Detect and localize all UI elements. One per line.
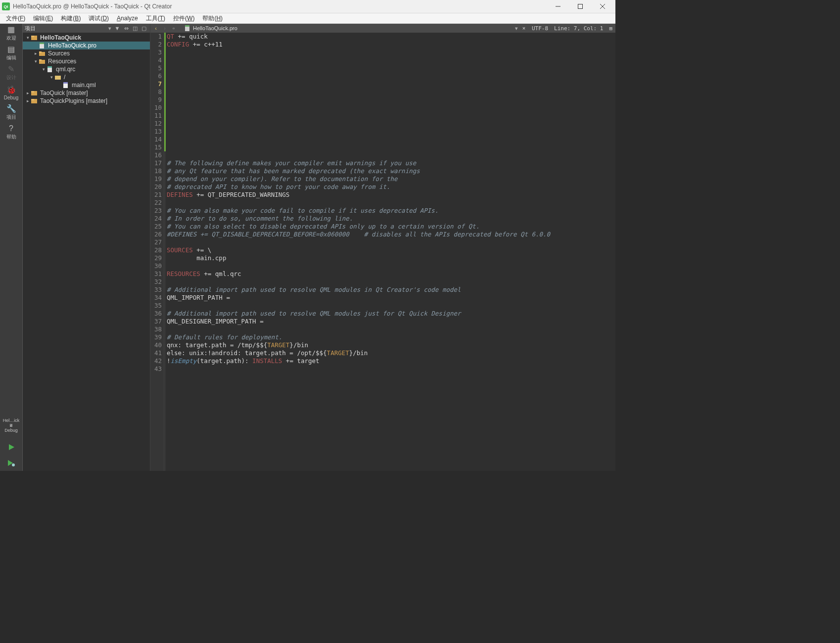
line-number[interactable]: 10 bbox=[152, 104, 162, 112]
code-line[interactable]: CONFIG += c++11 bbox=[167, 41, 615, 48]
line-number[interactable]: 3 bbox=[152, 48, 162, 56]
mode-welcome[interactable]: ▦ 欢迎 bbox=[0, 24, 22, 44]
tree-expander-icon[interactable]: ▾ bbox=[25, 35, 31, 40]
code-line[interactable]: QT += quick bbox=[167, 33, 615, 41]
mode-edit[interactable]: ▤ 编辑 bbox=[0, 44, 22, 63]
code-line[interactable]: # any Qt feature that has been marked de… bbox=[167, 167, 615, 175]
menu-w[interactable]: 控件(W) bbox=[169, 13, 198, 24]
code-line[interactable] bbox=[167, 238, 615, 246]
tree-item[interactable]: ▾HelloTaoQuick bbox=[23, 34, 150, 42]
line-number[interactable]: 11 bbox=[152, 112, 162, 120]
code-line[interactable] bbox=[167, 151, 615, 159]
menu-e[interactable]: 编辑(E) bbox=[29, 13, 57, 24]
line-number[interactable]: 20 bbox=[152, 183, 162, 191]
code-line[interactable] bbox=[167, 120, 615, 128]
tree-item[interactable]: HelloTaoQuick.pro bbox=[23, 42, 150, 49]
tree-item[interactable]: ▸TaoQuickPlugins [master] bbox=[23, 97, 150, 105]
code-line[interactable] bbox=[167, 72, 615, 80]
code-line[interactable] bbox=[167, 88, 615, 96]
maximize-button[interactable] bbox=[569, 0, 591, 13]
code-line[interactable]: # You can also select to disable depreca… bbox=[167, 223, 615, 230]
line-number[interactable]: 37 bbox=[152, 318, 162, 325]
sidebar-title[interactable]: 项目 bbox=[25, 25, 106, 32]
line-number[interactable]: 34 bbox=[152, 294, 162, 302]
code-line[interactable]: RESOURCES += qml.qrc bbox=[167, 270, 615, 278]
tree-item[interactable]: ▸TaoQuick [master] bbox=[23, 89, 150, 97]
code-line[interactable]: main.cpp bbox=[167, 254, 615, 262]
run-button[interactable] bbox=[0, 439, 22, 455]
code-editor[interactable]: 1234567891011121314151617181920212223242… bbox=[150, 33, 615, 471]
line-number[interactable]: 30 bbox=[152, 262, 162, 270]
line-number[interactable]: 5 bbox=[152, 64, 162, 72]
link-icon[interactable]: ⇔ bbox=[122, 25, 130, 32]
code-line[interactable]: qnx: target.path = /tmp/$${TARGET}/bin bbox=[167, 341, 615, 349]
line-number[interactable]: 39 bbox=[152, 333, 162, 341]
line-number[interactable]: 40 bbox=[152, 341, 162, 349]
line-number[interactable]: 33 bbox=[152, 286, 162, 294]
mode-debug[interactable]: 🐞 Debug bbox=[0, 83, 22, 103]
line-number[interactable]: 22 bbox=[152, 199, 162, 207]
tree-item[interactable]: ▾qml.qrc bbox=[23, 65, 150, 73]
mode-help[interactable]: ? 帮助 bbox=[0, 123, 22, 142]
line-number[interactable]: 32 bbox=[152, 278, 162, 286]
code-line[interactable] bbox=[167, 143, 615, 151]
tree-item[interactable]: ▸Sources bbox=[23, 49, 150, 57]
line-number[interactable]: 25 bbox=[152, 223, 162, 230]
tree-item[interactable]: main.qml bbox=[23, 81, 150, 89]
code-line[interactable] bbox=[167, 112, 615, 120]
code-line[interactable]: # Additional import path used to resolve… bbox=[167, 310, 615, 318]
combo-dropdown-icon[interactable]: ▾ bbox=[514, 25, 519, 32]
line-number[interactable]: 1 bbox=[152, 33, 162, 41]
line-number[interactable]: 35 bbox=[152, 302, 162, 310]
code-line[interactable] bbox=[167, 104, 615, 112]
code-line[interactable]: #DEFINES += QT_DISABLE_DEPRECATED_BEFORE… bbox=[167, 230, 615, 238]
line-number[interactable]: 42 bbox=[152, 357, 162, 365]
kit-selector[interactable]: Hel…ick 🖥 Debug bbox=[0, 412, 22, 439]
open-file-tab[interactable]: HelloTaoQuick.pro bbox=[184, 25, 237, 32]
line-number[interactable]: 43 bbox=[152, 365, 162, 373]
project-tree[interactable]: ▾HelloTaoQuickHelloTaoQuick.pro▸Sources▾… bbox=[23, 33, 150, 471]
tree-item[interactable]: ▾Resources bbox=[23, 57, 150, 65]
line-number[interactable]: 12 bbox=[152, 120, 162, 128]
line-number[interactable]: 24 bbox=[152, 215, 162, 223]
code-line[interactable]: SOURCES += \ bbox=[167, 246, 615, 254]
line-number[interactable]: 31 bbox=[152, 270, 162, 278]
line-number[interactable]: 27 bbox=[152, 238, 162, 246]
split-icon[interactable]: ◫ bbox=[131, 25, 139, 32]
code-line[interactable]: else: unix:!android: target.path = /opt/… bbox=[167, 349, 615, 357]
tree-expander-icon[interactable]: ▸ bbox=[25, 98, 31, 103]
line-number[interactable]: 36 bbox=[152, 310, 162, 318]
code-line[interactable] bbox=[167, 136, 615, 143]
code-line[interactable]: # The following define makes your compil… bbox=[167, 159, 615, 167]
line-number[interactable]: 7 bbox=[152, 80, 162, 88]
code-line[interactable]: QML_DESIGNER_IMPORT_PATH = bbox=[167, 318, 615, 325]
code-line[interactable] bbox=[167, 56, 615, 64]
line-number[interactable]: 13 bbox=[152, 128, 162, 136]
sidebar-dropdown-icon[interactable]: ▾ bbox=[107, 25, 112, 32]
code-content[interactable]: QT += quickCONFIG += c++11 # The followi… bbox=[166, 33, 615, 471]
code-line[interactable]: # Additional import path used to resolve… bbox=[167, 286, 615, 294]
code-line[interactable]: # depend on your compiler). Refer to the… bbox=[167, 175, 615, 183]
line-number[interactable]: 6 bbox=[152, 72, 162, 80]
line-number[interactable]: 21 bbox=[152, 191, 162, 199]
line-number[interactable]: 19 bbox=[152, 175, 162, 183]
code-line[interactable]: !isEmpty(target.path): INSTALLS += targe… bbox=[167, 357, 615, 365]
mode-projects[interactable]: 🔧 项目 bbox=[0, 103, 22, 123]
code-line[interactable] bbox=[167, 64, 615, 72]
line-number[interactable]: 16 bbox=[152, 151, 162, 159]
close-pane-icon[interactable]: ▢ bbox=[140, 25, 148, 32]
line-number[interactable]: 38 bbox=[152, 325, 162, 333]
menu-h[interactable]: 帮助(H) bbox=[198, 13, 227, 24]
line-number[interactable]: 23 bbox=[152, 207, 162, 215]
code-line[interactable]: QML_IMPORT_PATH = bbox=[167, 294, 615, 302]
minimize-button[interactable] bbox=[547, 0, 569, 13]
menu-a[interactable]: Analyze bbox=[113, 14, 142, 23]
code-line[interactable] bbox=[167, 48, 615, 56]
line-number[interactable]: 26 bbox=[152, 230, 162, 238]
code-line[interactable]: # In order to do so, uncomment the follo… bbox=[167, 215, 615, 223]
tree-expander-icon[interactable]: ▸ bbox=[25, 91, 31, 95]
line-number[interactable]: 15 bbox=[152, 143, 162, 151]
status-encoding[interactable]: UTF-8 bbox=[532, 25, 548, 32]
run-debug-button[interactable] bbox=[0, 455, 22, 471]
menu-b[interactable]: 构建(B) bbox=[57, 13, 85, 24]
